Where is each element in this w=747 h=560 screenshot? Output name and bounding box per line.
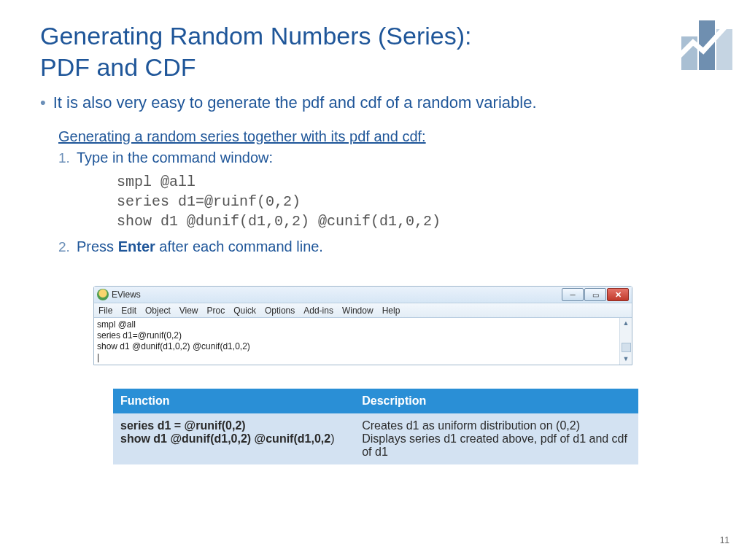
eviews-window-title: EViews xyxy=(112,289,141,300)
step-1-text: Type in the command window: xyxy=(77,149,273,166)
eviews-titlebar: EViews ─ ▭ ✕ xyxy=(94,287,632,303)
step-2: 2. Press Enter after each command line. xyxy=(58,238,686,255)
code-example: smpl @all series d1=@ruinf(0,2) show d1 … xyxy=(117,172,686,231)
step-1-marker: 1. xyxy=(58,150,77,166)
close-button[interactable]: ✕ xyxy=(607,288,629,301)
menu-object[interactable]: Object xyxy=(145,306,171,316)
description-cell: Creates d1 as uniform distribution on (0… xyxy=(355,413,638,464)
header-description: Description xyxy=(355,389,638,413)
bullet-dot-icon: • xyxy=(40,95,46,111)
slide-title: Generating Random Numbers (Series): PDF … xyxy=(40,20,471,82)
menu-quick[interactable]: Quick xyxy=(233,306,256,316)
header-function: Function xyxy=(113,389,355,413)
eviews-window: EViews ─ ▭ ✕ File Edit Object View Proc … xyxy=(93,286,632,365)
page-number: 11 xyxy=(720,535,729,545)
menu-addins[interactable]: Add-ins xyxy=(303,306,333,316)
menu-options[interactable]: Options xyxy=(265,306,295,316)
menu-window[interactable]: Window xyxy=(342,306,374,316)
minimize-button[interactable]: ─ xyxy=(562,288,584,301)
title-line-1: Generating Random Numbers (Series): xyxy=(40,22,471,50)
menu-file[interactable]: File xyxy=(98,306,112,316)
subheading: Generating a random series together with… xyxy=(58,128,426,145)
step-1: 1. Type in the command window: xyxy=(58,149,686,166)
window-controls: ─ ▭ ✕ xyxy=(562,288,632,301)
eviews-menubar: File Edit Object View Proc Quick Options… xyxy=(94,303,632,318)
step-2-marker: 2. xyxy=(58,239,77,255)
menu-view[interactable]: View xyxy=(179,306,198,316)
step-2-text: Press Enter after each command line. xyxy=(77,238,323,255)
intro-bullet: • It is also very easy to generate the p… xyxy=(40,93,537,112)
table-row: series d1 = @runif(0,2) show d1 @dunif(d… xyxy=(113,413,638,464)
intro-text: It is also very easy to generate the pdf… xyxy=(53,93,537,112)
function-table: Function Description series d1 = @runif(… xyxy=(113,389,638,464)
maximize-button[interactable]: ▭ xyxy=(584,288,606,301)
title-line-2: PDF and CDF xyxy=(40,53,196,81)
eviews-command-area[interactable]: smpl @all series d1=@runif(0,2) show d1 … xyxy=(94,318,632,365)
eviews-app-icon xyxy=(97,289,109,300)
table-header-row: Function Description xyxy=(113,389,638,413)
function-cell: series d1 = @runif(0,2) show d1 @dunif(d… xyxy=(113,413,355,464)
numbered-steps: 1. Type in the command window: smpl @all… xyxy=(58,149,686,260)
menu-edit[interactable]: Edit xyxy=(121,306,136,316)
chart-logo-icon xyxy=(671,10,737,76)
menu-proc[interactable]: Proc xyxy=(207,306,225,316)
menu-help[interactable]: Help xyxy=(382,306,400,316)
